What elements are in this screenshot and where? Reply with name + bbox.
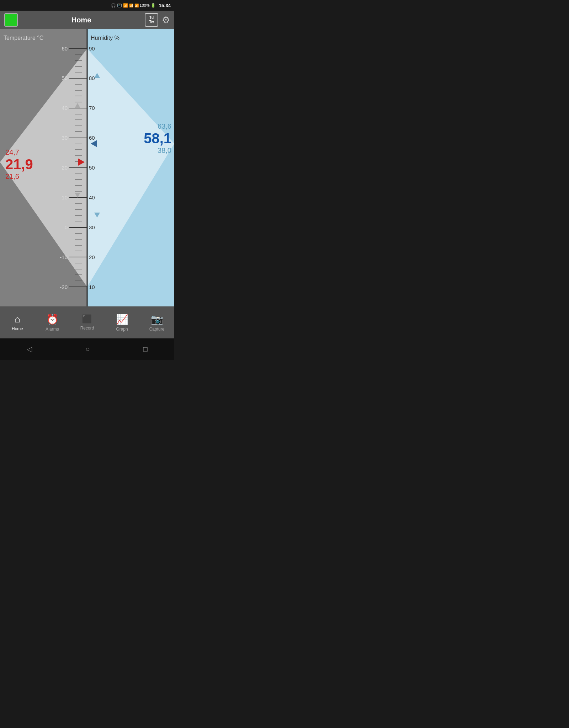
- temp-current-arrow: [78, 159, 85, 166]
- bottom-nav: ⌂ Home ⏰ Alarms ⬛ Record 📈 Graph 📷 Captu…: [0, 306, 174, 338]
- nav-alarms[interactable]: ⏰ Alarms: [35, 314, 70, 332]
- svg-text:30: 30: [62, 135, 68, 141]
- svg-text:0: 0: [65, 224, 68, 230]
- wifi-icon: 📶: [123, 3, 128, 8]
- humidity-max-arrow: [94, 73, 100, 78]
- scale-svg: 60 50 40 30 20 10 0 -10 -20 90 80 70 60 …: [36, 29, 139, 306]
- svg-text:-10: -10: [60, 254, 68, 260]
- svg-text:20: 20: [89, 254, 95, 260]
- nav-graph[interactable]: 📈 Graph: [105, 314, 139, 332]
- humidity-current-arrow: [91, 140, 97, 147]
- temp-min-arrow: [75, 193, 80, 198]
- gauge-area: Temperature °C 24,7 21,9 21,6 H: [0, 29, 174, 306]
- svg-text:40: 40: [89, 194, 95, 200]
- td-label: Td: [149, 16, 154, 20]
- nav-graph-label: Graph: [116, 327, 128, 332]
- signal2-icon: 📶: [134, 4, 139, 7]
- tw-label: Tw: [149, 20, 154, 24]
- humidity-min-arrow: [94, 213, 100, 218]
- vibrate-icon: 📳: [117, 3, 122, 8]
- green-indicator[interactable]: [4, 13, 18, 27]
- status-icons: 🎧 📳 📶 📶 📶 100% 🔋 15:34: [111, 3, 171, 8]
- battery-icon: 🔋: [151, 3, 156, 8]
- home-button[interactable]: ○: [85, 345, 90, 353]
- temp-min-value: 21,6: [5, 172, 33, 181]
- nav-capture[interactable]: 📷 Capture: [139, 314, 174, 332]
- nav-home-label: Home: [12, 326, 23, 331]
- temp-max-arrow: [75, 103, 80, 108]
- alarm-icon: ⏰: [46, 314, 59, 325]
- nav-capture-label: Capture: [149, 327, 165, 332]
- status-bar: 🎧 📳 📶 📶 📶 100% 🔋 15:34: [0, 0, 174, 11]
- svg-text:90: 90: [89, 46, 95, 52]
- temp-max-value: 24,7: [5, 148, 33, 156]
- status-time: 15:34: [159, 3, 171, 8]
- humidity-min-value: 38,0: [144, 146, 171, 155]
- nav-record[interactable]: ⬛ Record: [70, 314, 105, 331]
- battery-label: 100%: [140, 3, 150, 7]
- temp-current-value: 21,9: [5, 156, 33, 172]
- humidity-values: 63,6 58,1 38,0: [144, 122, 171, 155]
- temp-values: 24,7 21,9 21,6: [5, 148, 33, 181]
- graph-icon: 📈: [116, 314, 128, 325]
- svg-text:50: 50: [62, 75, 68, 81]
- signal1-icon: 📶: [129, 4, 133, 7]
- capture-icon: 📷: [151, 314, 163, 325]
- center-ruler: 60 50 40 30 20 10 0 -10 -20 90 80 70 60 …: [78, 29, 96, 306]
- recent-button[interactable]: □: [143, 345, 148, 353]
- svg-text:20: 20: [62, 165, 68, 171]
- record-icon: ⬛: [82, 314, 92, 324]
- nav-home[interactable]: ⌂ Home: [0, 314, 35, 331]
- app-header: Home Td Tw ⚙: [0, 11, 174, 29]
- nav-alarms-label: Alarms: [46, 327, 59, 332]
- svg-text:10: 10: [89, 284, 95, 290]
- td-tw-button[interactable]: Td Tw: [145, 13, 158, 27]
- svg-text:40: 40: [62, 105, 68, 111]
- svg-text:30: 30: [89, 224, 95, 230]
- svg-text:-20: -20: [60, 284, 68, 290]
- humidity-max-value: 63,6: [144, 122, 171, 130]
- svg-text:70: 70: [89, 105, 95, 111]
- svg-text:50: 50: [89, 165, 95, 171]
- header-right-icons: Td Tw ⚙: [145, 13, 170, 27]
- home-icon: ⌂: [15, 314, 21, 325]
- back-button[interactable]: ◁: [27, 345, 32, 353]
- header-title: Home: [71, 16, 91, 24]
- android-bar: ◁ ○ □: [0, 338, 174, 360]
- settings-icon[interactable]: ⚙: [162, 15, 170, 26]
- svg-text:10: 10: [62, 194, 68, 200]
- nav-record-label: Record: [80, 326, 94, 331]
- headphone-icon: 🎧: [111, 3, 116, 8]
- humidity-current-value: 58,1: [144, 130, 171, 146]
- svg-text:60: 60: [62, 46, 68, 52]
